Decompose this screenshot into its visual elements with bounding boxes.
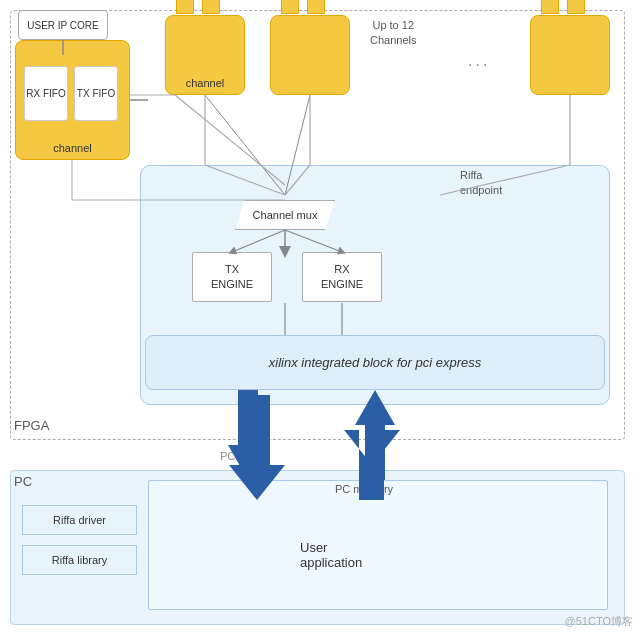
tab4	[307, 0, 325, 14]
pc-memory-box	[148, 480, 608, 610]
channels-label: Up to 12 Channels	[370, 18, 416, 49]
riffa-driver-box: Riffa driver	[22, 505, 137, 535]
user-ip-core-label: USER IP CORE	[27, 20, 99, 31]
rx-engine-box: RX ENGINE	[302, 252, 382, 302]
channel-main-box: RX FIFO TX FIFO channel	[15, 40, 130, 160]
svg-marker-13	[355, 390, 395, 480]
channel-2-box: channel	[165, 15, 245, 95]
watermark: @51CTO博客	[565, 614, 633, 629]
tab1	[176, 0, 194, 14]
tab3	[281, 0, 299, 14]
tab6	[567, 0, 585, 14]
fpga-label: FPGA	[14, 418, 49, 433]
channel-4-box	[530, 15, 610, 95]
user-app-label: User application	[300, 540, 362, 570]
riffa-endpoint-label: Riffa endpoint	[460, 168, 502, 199]
dots-label: ...	[468, 52, 490, 70]
rx-fifo-box: RX FIFO	[24, 66, 68, 121]
down-arrow	[228, 390, 268, 483]
channel-2-label: channel	[166, 77, 244, 89]
channel-main-label: channel	[16, 142, 129, 154]
channel3-tabs	[281, 0, 325, 14]
channel4-tabs	[541, 0, 585, 14]
up-arrow	[355, 390, 395, 483]
user-ip-core-box: USER IP CORE	[18, 10, 108, 40]
tab2	[202, 0, 220, 14]
fifo-container: RX FIFO TX FIFO	[24, 66, 118, 121]
channel2-tabs	[176, 0, 220, 14]
diagram-container: FPGA USER IP CORE RX FIFO TX FIFO channe…	[0, 0, 641, 637]
tx-engine-box: TX ENGINE	[192, 252, 272, 302]
xilinx-block: xilinx integrated block for pci express	[145, 335, 605, 390]
pc-memory-label: PC memory	[335, 483, 393, 495]
tx-fifo-box: TX FIFO	[74, 66, 118, 121]
tab5	[541, 0, 559, 14]
channel-mux-box: Channel mux	[235, 200, 335, 230]
pc-label: PC	[14, 474, 32, 489]
channel-3-box	[270, 15, 350, 95]
riffa-library-box: Riffa library	[22, 545, 137, 575]
svg-marker-12	[228, 390, 268, 480]
